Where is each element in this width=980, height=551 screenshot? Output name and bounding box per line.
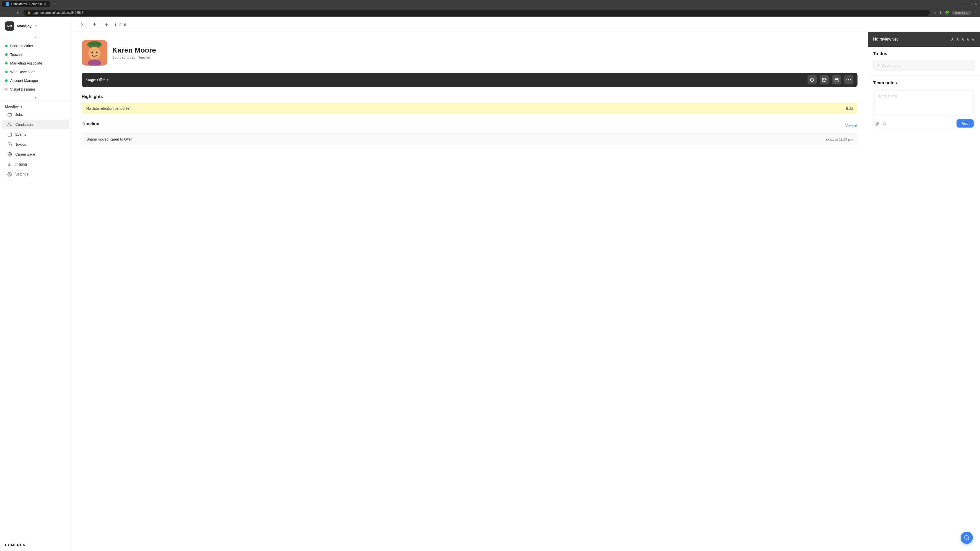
company-avatar: MM [5, 21, 14, 30]
job-item-visual-designer[interactable]: Visual Designer [0, 85, 71, 94]
timeline-entry-text: Shane moved Karen to Offer [86, 137, 132, 141]
job-label-web-developer: Web Developer [10, 70, 35, 74]
scroll-up-indicator[interactable]: ▲ [0, 35, 71, 40]
minimize-button[interactable]: ─ [963, 2, 966, 6]
candidate-name: Karen Moore [112, 46, 156, 54]
calendar-icon [7, 132, 12, 137]
job-dot-account-manager [5, 79, 8, 82]
scroll-up-arrow[interactable]: ▲ [34, 35, 37, 39]
job-dot-content-writer [5, 44, 8, 47]
stage-actions: ••• [808, 75, 853, 84]
sidebar-footer: HOMERUN [0, 539, 71, 551]
team-notes-section: Team notes @ ☺ Add [868, 76, 980, 551]
extensions-icon[interactable]: 🧩 [945, 11, 949, 15]
tab-title: Candidates · Homerun [11, 2, 42, 6]
job-dot-web-developer [5, 71, 8, 73]
stage-bar: Stage: Offer ▾ • [82, 73, 858, 87]
job-item-content-writer[interactable]: Content Writer [0, 41, 71, 50]
back-button[interactable]: ← [3, 11, 6, 15]
sidebar-item-settings[interactable]: Settings [2, 169, 69, 179]
team-notes-textarea[interactable] [874, 90, 974, 116]
svg-rect-25 [835, 78, 838, 82]
add-todo-button[interactable]: + Add a to-do [873, 60, 975, 71]
tab-close-button[interactable]: ✕ [44, 2, 46, 6]
star-1[interactable]: ★ [950, 37, 955, 42]
settings-icon [7, 171, 12, 177]
disqualify-button[interactable] [808, 75, 817, 84]
job-label-marketing-associate: Marketing Associate [10, 61, 42, 65]
sidebar-item-candidates[interactable]: Candidates [2, 120, 69, 129]
team-notes-title: Team notes [873, 80, 975, 86]
timeline-entry-time: today at 11:23 pm [826, 138, 853, 141]
tab-favicon: H [6, 2, 9, 6]
reload-button[interactable]: ↻ [17, 11, 20, 15]
plus-icon: + [877, 63, 880, 68]
todos-title: To-dos [873, 51, 975, 56]
timeline-title: Timeline [82, 121, 99, 126]
highlights-warning-text: No data retention period set [86, 106, 130, 110]
main-content: 1 of 16 [72, 17, 980, 551]
new-tab-button[interactable]: + [51, 1, 57, 7]
candidate-meta: Sourced today · Teacher [112, 56, 156, 59]
schedule-button[interactable] [832, 75, 841, 84]
timeline-header: Timeline View all [82, 121, 858, 130]
sidebar-item-jobs[interactable]: Jobs [2, 110, 69, 119]
more-actions-button[interactable]: ••• [844, 75, 853, 84]
star-rating[interactable]: ★ ★ ★ ★ ★ [950, 37, 975, 42]
sidebar-item-career-page[interactable]: Career page [2, 149, 69, 159]
next-candidate-button[interactable] [102, 20, 111, 29]
highlights-edit-link[interactable]: Edit [846, 106, 853, 110]
bookmark-icon[interactable]: ☆ [933, 11, 937, 15]
job-label-visual-designer: Visual Designer [10, 87, 35, 91]
sidebar-nav-section: Moodjoy ▾ Jobs Candidates Events [0, 100, 71, 181]
todo-placeholder: Add a to-do [882, 64, 900, 68]
section-company-label: Moodjoy [5, 105, 19, 108]
job-item-teacher[interactable]: Teacher [0, 50, 71, 59]
sidebar-label-events: Events [15, 132, 26, 137]
sidebar-label-jobs: Jobs [15, 113, 23, 117]
address-bar[interactable]: 🔒 app.homerun.co/candidates/5425513 [24, 10, 930, 16]
scroll-down-indicator[interactable]: ▼ [0, 96, 71, 100]
job-item-web-developer[interactable]: Web Developer [0, 68, 71, 76]
search-fab[interactable] [961, 532, 973, 544]
team-notes-container: @ ☺ Add [873, 89, 975, 129]
star-2[interactable]: ★ [956, 37, 959, 42]
svg-point-11 [9, 174, 11, 175]
sidebar-label-career-page: Career page [15, 152, 35, 156]
browser-tab[interactable]: H Candidates · Homerun ✕ [2, 1, 50, 7]
emoji-icon[interactable]: ☺ [882, 121, 886, 126]
toolbar: 1 of 16 [72, 17, 980, 32]
job-item-account-manager[interactable]: Account Manager [0, 76, 71, 85]
svg-rect-2 [8, 133, 11, 137]
close-window-button[interactable]: ✕ [975, 2, 978, 6]
svg-point-19 [91, 52, 93, 53]
star-3[interactable]: ★ [961, 37, 965, 42]
download-icon[interactable]: ⬇ [939, 11, 942, 15]
star-4[interactable]: ★ [966, 37, 970, 42]
sidebar-item-insights[interactable]: Insights [2, 159, 69, 169]
company-name: Moodjoy [17, 24, 32, 28]
maximize-button[interactable]: ▭ [969, 2, 972, 6]
sidebar-item-todos[interactable]: To-dos [2, 140, 69, 149]
job-item-marketing-associate[interactable]: Marketing Associate [0, 59, 71, 68]
company-dropdown-icon[interactable]: ▾ [35, 24, 37, 28]
add-note-button[interactable]: Add [956, 119, 974, 127]
forward-button[interactable]: → [10, 11, 13, 15]
briefcase-icon [7, 112, 12, 117]
candidate-panel: Karen Moore Sourced today · Teacher Stag… [72, 32, 868, 551]
view-all-link[interactable]: View all [845, 124, 858, 127]
email-button[interactable] [820, 75, 829, 84]
mention-icon[interactable]: @ [874, 121, 879, 126]
prev-candidate-button[interactable] [90, 20, 99, 29]
sidebar-item-events[interactable]: Events [2, 130, 69, 139]
star-5[interactable]: ★ [971, 37, 975, 42]
stage-dropdown[interactable]: Stage: Offer ▾ [86, 78, 803, 82]
close-button[interactable] [78, 20, 87, 29]
svg-rect-0 [8, 114, 12, 116]
menu-icon[interactable]: ⋮ [974, 11, 977, 15]
sidebar-section-header[interactable]: Moodjoy ▾ [0, 103, 71, 110]
job-label-content-writer: Content Writer [10, 44, 33, 48]
svg-line-30 [968, 539, 969, 540]
scroll-down-arrow[interactable]: ▼ [34, 96, 37, 100]
url-text: app.homerun.co/candidates/5425513 [33, 11, 83, 14]
